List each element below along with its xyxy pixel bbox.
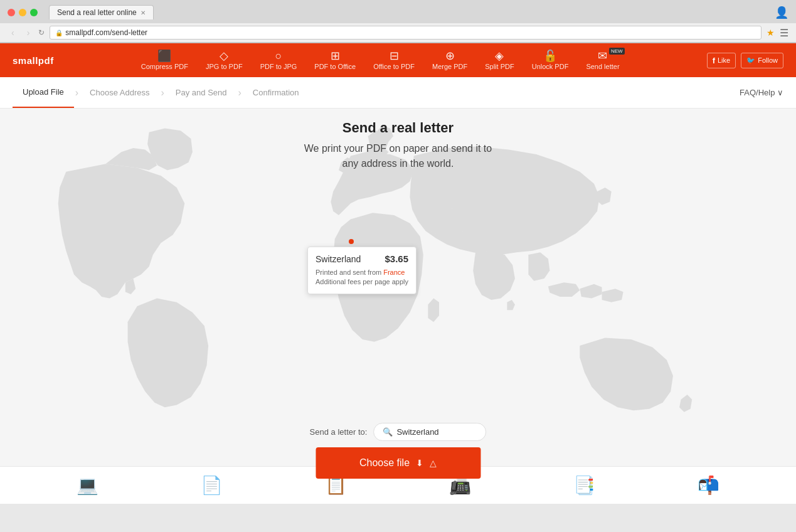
app-header: smallpdf ⬛ Compress PDF ◇ JPG to PDF ○ P… xyxy=(0,43,796,77)
nav-split-pdf[interactable]: ◈ Split PDF xyxy=(485,50,514,70)
step-pay-send-label: Pay and Send xyxy=(176,88,227,97)
browser-tab[interactable]: Send a real letter online ✕ xyxy=(49,5,154,19)
nav-compress-pdf-label: Compress PDF xyxy=(141,63,188,70)
nav-pdf-to-jpg-label: PDF to JPG xyxy=(260,63,297,70)
map-tooltip: Switzerland $3.65 Printed and sent from … xyxy=(307,247,417,294)
nav-unlock-pdf[interactable]: 🔓 Unlock PDF xyxy=(532,50,569,70)
app: smallpdf ⬛ Compress PDF ◇ JPG to PDF ○ P… xyxy=(0,43,796,504)
lock-icon: 🔒 xyxy=(55,29,63,36)
step-confirmation[interactable]: Confirmation xyxy=(243,77,309,108)
search-label: Send a letter to: xyxy=(310,427,368,437)
header-nav: ⬛ Compress PDF ◇ JPG to PDF ○ PDF to JPG… xyxy=(141,50,620,70)
steps-bar: Upload File › Choose Address › Pay and S… xyxy=(0,77,796,109)
bottom-icon-5: 📑 xyxy=(573,475,595,496)
refresh-button[interactable]: ↻ xyxy=(38,28,45,37)
step-pay-and-send[interactable]: Pay and Send xyxy=(166,77,237,108)
upload-icon: △ xyxy=(430,458,437,468)
tooltip-note: Additional fees per page apply xyxy=(316,278,408,285)
header-actions: f Like 🐦 Follow xyxy=(707,53,783,68)
url-text: smallpdf.com/send-letter xyxy=(65,28,147,37)
bookmark-button[interactable]: ★ xyxy=(767,28,775,38)
nav-send-letter-label: Send letter xyxy=(586,63,619,70)
map-pin xyxy=(349,239,354,244)
hero-title: Send a real letter xyxy=(241,120,555,136)
dropbox-icon: ⬇ xyxy=(416,458,423,468)
tooltip-description: Printed and sent from France Additional … xyxy=(316,268,408,287)
step-choose-address-label: Choose Address xyxy=(90,88,149,97)
nav-jpg-to-pdf[interactable]: ◇ JPG to PDF xyxy=(206,50,243,70)
pdf-to-office-icon: ⊞ xyxy=(331,50,340,61)
bottom-icon-1: 💻 xyxy=(77,475,98,496)
nav-compress-pdf[interactable]: ⬛ Compress PDF xyxy=(141,50,188,70)
nav-send-letter[interactable]: ✉ Send letter NEW xyxy=(586,50,619,70)
twitter-icon: 🐦 xyxy=(746,56,755,65)
new-badge: NEW xyxy=(609,48,625,55)
nav-merge-pdf[interactable]: ⊕ Merge PDF xyxy=(432,50,467,70)
twitter-follow-label: Follow xyxy=(758,56,778,64)
facebook-like-button[interactable]: f Like xyxy=(707,53,736,68)
window-profile-icon: 👤 xyxy=(775,6,788,19)
search-input[interactable] xyxy=(396,427,478,437)
nav-jpg-to-pdf-label: JPG to PDF xyxy=(206,63,243,70)
tab-close-button[interactable]: ✕ xyxy=(141,9,146,16)
traffic-lights xyxy=(8,9,38,16)
step-divider-1: › xyxy=(75,87,78,98)
step-divider-2: › xyxy=(161,87,164,98)
bottom-icon-2: 📄 xyxy=(201,475,223,496)
choose-file-button[interactable]: Choose file ⬇ △ xyxy=(316,447,480,479)
nav-office-to-pdf-label: Office to PDF xyxy=(373,63,415,70)
send-letter-icon: ✉ xyxy=(598,50,607,61)
traffic-light-red[interactable] xyxy=(8,9,15,16)
browser-titlebar: Send a real letter online ✕ 👤 xyxy=(0,0,796,23)
tooltip-header: Switzerland $3.65 xyxy=(316,253,408,264)
app-logo: smallpdf xyxy=(13,55,54,66)
nav-office-to-pdf[interactable]: ⊟ Office to PDF xyxy=(373,50,415,70)
nav-unlock-pdf-label: Unlock PDF xyxy=(532,63,569,70)
url-bar[interactable]: 🔒 smallpdf.com/send-letter xyxy=(50,26,762,40)
tooltip-country: Switzerland xyxy=(316,254,361,264)
nav-merge-pdf-label: Merge PDF xyxy=(432,63,467,70)
search-area: Send a letter to: 🔍 xyxy=(310,423,487,441)
choose-file-label: Choose file xyxy=(359,457,410,469)
facebook-icon: f xyxy=(713,56,715,65)
nav-pdf-to-office-label: PDF to Office xyxy=(314,63,356,70)
file-button-area: Choose file ⬇ △ xyxy=(316,447,480,479)
tooltip-highlight: France xyxy=(383,269,405,276)
search-icon: 🔍 xyxy=(383,427,393,437)
hero-text: Send a real letter We print your PDF on … xyxy=(241,120,555,171)
pdf-to-jpg-icon: ○ xyxy=(275,50,282,61)
browser-chrome: Send a real letter online ✕ 👤 ‹ › ↻ 🔒 sm… xyxy=(0,0,796,43)
main-content: Send a real letter We print your PDF on … xyxy=(0,109,796,504)
unlock-pdf-icon: 🔓 xyxy=(543,50,557,61)
traffic-light-yellow[interactable] xyxy=(19,9,26,16)
compress-pdf-icon: ⬛ xyxy=(157,50,171,61)
nav-split-pdf-label: Split PDF xyxy=(485,63,514,70)
step-divider-3: › xyxy=(238,87,241,98)
nav-pdf-to-jpg[interactable]: ○ PDF to JPG xyxy=(260,50,297,70)
browser-toolbar: ‹ › ↻ 🔒 smallpdf.com/send-letter ★ ☰ xyxy=(0,23,796,43)
search-input-wrap: 🔍 xyxy=(373,423,486,441)
step-upload-label: Upload File xyxy=(23,87,64,97)
tab-title: Send a real letter online xyxy=(57,8,137,17)
browser-menu-button[interactable]: ☰ xyxy=(780,27,788,39)
nav-pdf-to-office[interactable]: ⊞ PDF to Office xyxy=(314,50,356,70)
back-button[interactable]: ‹ xyxy=(8,26,18,39)
traffic-light-green[interactable] xyxy=(30,9,38,16)
facebook-like-label: Like xyxy=(718,56,730,64)
step-choose-address[interactable]: Choose Address xyxy=(80,77,159,108)
forward-button[interactable]: › xyxy=(23,26,34,39)
split-pdf-icon: ◈ xyxy=(495,50,504,61)
office-to-pdf-icon: ⊟ xyxy=(390,50,399,61)
step-confirmation-label: Confirmation xyxy=(253,88,299,97)
jpg-to-pdf-icon: ◇ xyxy=(220,50,228,61)
tooltip-desc-text: Printed and sent from xyxy=(316,269,383,276)
bottom-icon-6: 📬 xyxy=(698,475,719,496)
step-upload-file[interactable]: Upload File xyxy=(13,77,74,108)
faq-help-link[interactable]: FAQ/Help ∨ xyxy=(740,88,783,97)
hero-subtitle: We print your PDF on paper and send it t… xyxy=(241,141,555,171)
tooltip-price: $3.65 xyxy=(385,253,408,264)
faq-label: FAQ/Help ∨ xyxy=(740,88,783,97)
merge-pdf-icon: ⊕ xyxy=(445,50,455,61)
tab-bar: Send a real letter online ✕ xyxy=(49,5,154,19)
twitter-follow-button[interactable]: 🐦 Follow xyxy=(741,53,783,68)
